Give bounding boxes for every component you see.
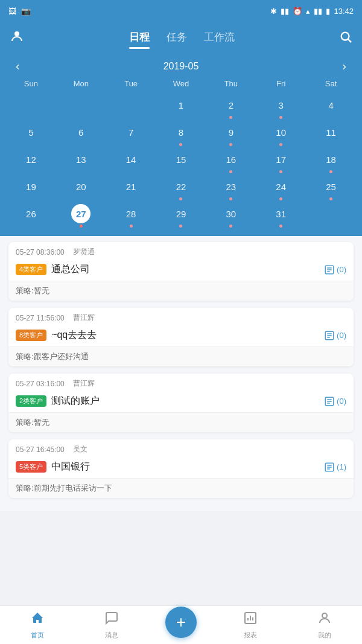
calendar-weekdays: Sun Mon Tue Wed Thu Fri Sat	[6, 77, 356, 91]
event-header: 05-27 11:56:00 曹江辉	[8, 308, 354, 327]
note-icon[interactable]: (0)	[324, 264, 346, 275]
event-card[interactable]: 05-27 11:56:00 曹江辉 8类客户 ~qq去去去 (0) 策略:跟客…	[8, 308, 354, 366]
event-title: 测试的账户	[51, 395, 100, 407]
calendar-day[interactable]: 14	[106, 147, 156, 173]
header-tabs: 日程 任务 工作流	[129, 30, 235, 46]
calendar-day[interactable]: 29	[156, 202, 206, 228]
calendar-day[interactable]: 22	[156, 174, 206, 200]
note-icon[interactable]: (0)	[324, 396, 346, 407]
event-header: 05-27 16:45:00 吴文	[8, 439, 354, 458]
event-header: 05-27 08:36:00 罗贤通	[8, 242, 354, 261]
calendar-day[interactable]: 23	[206, 174, 256, 200]
nav-message-label: 消息	[105, 631, 118, 640]
calendar-day[interactable]: 13	[56, 147, 106, 173]
nav-report-label: 报表	[244, 631, 257, 640]
customer-tag: 2类客户	[16, 395, 46, 407]
nav-mine-label: 我的	[318, 631, 331, 640]
tab-schedule[interactable]: 日程	[129, 30, 150, 46]
event-body-left: 5类客户 中国银行	[16, 461, 90, 473]
event-title: ~qq去去去	[51, 329, 97, 342]
report-icon	[243, 611, 258, 629]
tab-workflow[interactable]: 工作流	[204, 30, 235, 46]
calendar-day[interactable]: 1	[156, 93, 206, 119]
calendar-day[interactable]: 25	[306, 174, 356, 200]
calendar-day[interactable]: 19	[6, 174, 56, 200]
calendar-day[interactable]: 3	[256, 93, 306, 119]
event-title: 通总公司	[51, 263, 90, 276]
signal-icon: ▮▮	[281, 7, 289, 16]
weekday-thu: Thu	[206, 77, 256, 91]
note-icon[interactable]: (1)	[324, 462, 346, 473]
calendar-day[interactable]: 15	[156, 147, 206, 173]
status-bar-left: 🖼 📷	[8, 7, 31, 16]
weekday-fri: Fri	[256, 77, 306, 91]
plus-icon: +	[176, 613, 186, 632]
event-body: 2类客户 测试的账户 (0)	[8, 392, 354, 412]
image-icon: 🖼	[8, 7, 16, 16]
calendar-day	[106, 93, 156, 119]
calendar-day[interactable]: 24	[256, 174, 306, 200]
calendar-days: 1234567891011121314151617181920212223242…	[6, 93, 356, 228]
calendar-day[interactable]: 21	[106, 174, 156, 200]
mine-icon	[317, 611, 332, 629]
event-datetime: 05-27 11:56:00	[16, 314, 65, 322]
calendar-day[interactable]: 16	[206, 147, 256, 173]
calendar-day	[306, 202, 356, 228]
wifi-icon: ▴	[306, 7, 310, 16]
calendar-day[interactable]: 7	[106, 120, 156, 146]
calendar-day[interactable]: 9	[206, 120, 256, 146]
bluetooth-icon: ✱	[270, 7, 277, 16]
nav-home[interactable]: 首页	[16, 611, 59, 640]
network-icon: ▮▮	[314, 7, 322, 16]
calendar-day[interactable]: 5	[6, 120, 56, 146]
customer-tag: 5类客户	[16, 461, 46, 473]
calendar-day[interactable]: 18	[306, 147, 356, 173]
calendar-day[interactable]: 8	[156, 120, 206, 146]
event-card[interactable]: 05-27 16:45:00 吴文 5类客户 中国银行 (1) 策略:前期先打电…	[8, 439, 354, 498]
calendar-day[interactable]: 4	[306, 93, 356, 119]
prev-month-button[interactable]: ‹	[16, 59, 20, 73]
event-body: 5类客户 中国银行 (1)	[8, 458, 354, 478]
calendar-day[interactable]: 31	[256, 202, 306, 228]
event-card[interactable]: 05-27 08:36:00 罗贤通 4类客户 通总公司 (0) 策略:暂无	[8, 242, 354, 301]
event-card[interactable]: 05-27 03:16:00 曹江辉 2类客户 测试的账户 (0) 策略:暂无	[8, 374, 354, 432]
calendar-day[interactable]: 30	[206, 202, 256, 228]
event-datetime: 05-27 08:36:00	[16, 248, 65, 257]
calendar-day[interactable]: 17	[256, 147, 306, 173]
event-body-left: 8类客户 ~qq去去去	[16, 329, 97, 342]
calendar-day	[6, 93, 56, 119]
next-month-button[interactable]: ›	[342, 59, 346, 73]
search-icon[interactable]	[339, 30, 352, 46]
calendar-day[interactable]: 12	[6, 147, 56, 173]
nav-message[interactable]: 消息	[91, 611, 133, 640]
event-strategy: 策略:前期先打电话采访一下	[8, 478, 354, 498]
calendar: ‹ 2019-05 › Sun Mon Tue Wed Thu Fri Sat …	[0, 54, 362, 236]
weekday-sun: Sun	[6, 77, 56, 91]
calendar-day[interactable]: 27	[56, 202, 106, 228]
add-button[interactable]: +	[165, 607, 197, 638]
svg-point-1	[341, 32, 349, 40]
calendar-day[interactable]: 10	[256, 120, 306, 146]
tab-task[interactable]: 任务	[167, 30, 187, 46]
svg-point-23	[322, 613, 327, 618]
note-count: (0)	[337, 397, 346, 406]
message-icon	[104, 611, 119, 629]
calendar-day[interactable]: 11	[306, 120, 356, 146]
nav-mine[interactable]: 我的	[303, 611, 346, 640]
home-icon	[30, 611, 45, 629]
event-body: 8类客户 ~qq去去去 (0)	[8, 327, 354, 346]
event-datetime: 05-27 16:45:00	[16, 445, 65, 454]
calendar-day[interactable]: 2	[206, 93, 256, 119]
user-icon[interactable]	[10, 29, 24, 47]
status-bar-right: ✱ ▮▮ ⏰ ▴ ▮▮ ▮ 13:42	[270, 7, 354, 16]
nav-report[interactable]: 报表	[229, 611, 272, 640]
calendar-day[interactable]: 6	[56, 120, 106, 146]
event-strategy: 策略:暂无	[8, 412, 354, 432]
calendar-day[interactable]: 26	[6, 202, 56, 228]
calendar-day[interactable]: 20	[56, 174, 106, 200]
calendar-day[interactable]: 28	[106, 202, 156, 228]
note-count: (0)	[337, 265, 346, 274]
nav-home-label: 首页	[31, 631, 44, 640]
camera-icon: 📷	[21, 7, 31, 16]
note-icon[interactable]: (0)	[324, 330, 346, 341]
